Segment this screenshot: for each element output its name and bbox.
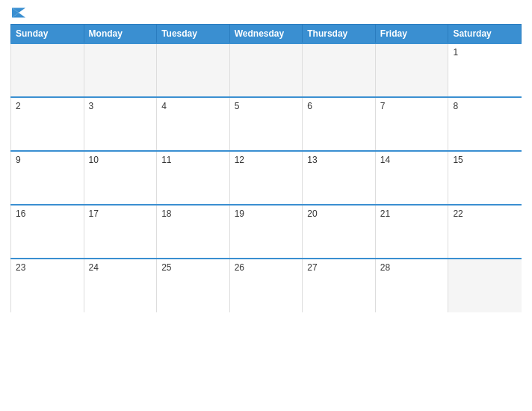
calendar-cell [448, 259, 522, 312]
calendar-cell: 23 [11, 259, 84, 312]
calendar-cell: 1 [448, 43, 522, 97]
day-header-wednesday: Wednesday [229, 25, 303, 44]
days-header-row: SundayMondayTuesdayWednesdayThursdayFrid… [11, 25, 522, 44]
calendar-header [10, 7, 522, 18]
day-number: 16 [16, 208, 25, 219]
day-number: 20 [307, 208, 317, 219]
calendar-cell: 25 [157, 259, 230, 312]
calendar-cell: 16 [11, 205, 84, 259]
day-number: 24 [89, 262, 99, 273]
calendar-cell [157, 43, 230, 97]
calendar-cell: 3 [84, 97, 157, 151]
calendar-container: SundayMondayTuesdayWednesdayThursdayFrid… [0, 0, 532, 411]
day-number: 11 [161, 155, 171, 165]
day-number: 19 [235, 208, 244, 219]
calendar-cell [84, 43, 157, 97]
calendar-cell: 24 [84, 259, 157, 312]
calendar-cell: 13 [303, 151, 376, 205]
calendar-cell: 21 [375, 205, 448, 259]
logo-flag-icon [12, 7, 25, 18]
week-row-2: 2345678 [11, 97, 522, 151]
calendar-cell [229, 43, 303, 97]
calendar-cell: 26 [229, 259, 303, 312]
calendar-cell: 2 [11, 97, 84, 151]
calendar-cell: 7 [375, 97, 448, 151]
day-number: 4 [161, 101, 167, 111]
calendar-cell [11, 43, 84, 97]
calendar-cell: 15 [448, 151, 522, 205]
day-number: 8 [453, 101, 458, 111]
day-number: 7 [380, 101, 386, 111]
day-number: 3 [89, 101, 94, 111]
day-number: 25 [161, 262, 171, 273]
day-number: 10 [89, 155, 99, 165]
day-number: 9 [16, 155, 21, 165]
calendar-cell: 18 [157, 205, 230, 259]
day-number: 6 [307, 101, 312, 111]
day-header-saturday: Saturday [448, 25, 522, 44]
calendar-cell: 12 [229, 151, 303, 205]
calendar-cell: 6 [303, 97, 376, 151]
calendar-cell: 5 [229, 97, 303, 151]
calendar-cell: 19 [229, 205, 303, 259]
day-number: 15 [453, 155, 463, 165]
day-number: 12 [235, 155, 244, 165]
week-row-3: 9101112131415 [11, 151, 522, 205]
day-number: 26 [235, 262, 244, 273]
day-number: 27 [307, 262, 317, 273]
calendar-cell: 4 [157, 97, 230, 151]
calendar-cell: 8 [448, 97, 522, 151]
day-number: 23 [16, 262, 25, 273]
calendar-cell: 22 [448, 205, 522, 259]
week-row-5: 232425262728 [11, 259, 522, 312]
calendar-cell [303, 43, 376, 97]
calendar-cell: 28 [375, 259, 448, 312]
day-number: 13 [307, 155, 317, 165]
day-header-monday: Monday [84, 25, 157, 44]
day-header-friday: Friday [375, 25, 448, 44]
day-number: 22 [453, 208, 463, 219]
week-row-4: 16171819202122 [11, 205, 522, 259]
calendar-cell: 10 [84, 151, 157, 205]
logo [10, 7, 25, 18]
calendar-cell: 9 [11, 151, 84, 205]
day-number: 21 [380, 208, 390, 219]
calendar-cell: 11 [157, 151, 230, 205]
calendar-cell: 14 [375, 151, 448, 205]
day-number: 18 [161, 208, 171, 219]
day-header-sunday: Sunday [11, 25, 84, 44]
week-row-1: 1 [11, 43, 522, 97]
day-number: 14 [380, 155, 390, 165]
calendar-cell [375, 43, 448, 97]
day-number: 1 [453, 47, 458, 58]
day-number: 17 [89, 208, 99, 219]
calendar-cell: 17 [84, 205, 157, 259]
day-number: 2 [16, 101, 21, 111]
calendar-cell: 27 [303, 259, 376, 312]
day-header-tuesday: Tuesday [157, 25, 230, 44]
day-number: 5 [235, 101, 240, 111]
calendar-table: SundayMondayTuesdayWednesdayThursdayFrid… [10, 24, 522, 312]
calendar-cell: 20 [303, 205, 376, 259]
day-number: 28 [380, 262, 390, 273]
day-header-thursday: Thursday [303, 25, 376, 44]
